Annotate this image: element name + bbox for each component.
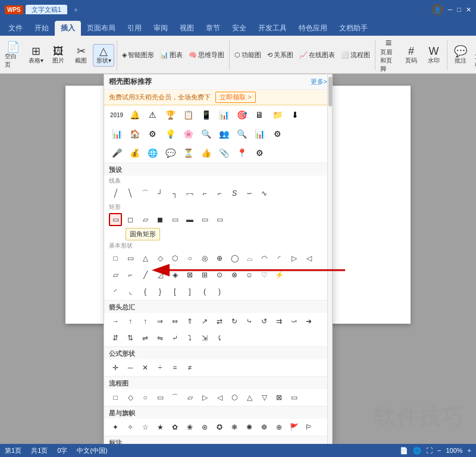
basic-6[interactable]: ○ [183, 252, 196, 265]
icon-24[interactable]: 💬 [162, 145, 178, 161]
icon-2[interactable]: ⚠ [145, 107, 160, 123]
basic-5[interactable]: ⬡ [168, 252, 181, 265]
tab-file[interactable]: 文件 [2, 21, 29, 36]
basic-19[interactable]: ◈ [168, 268, 181, 281]
flow-13[interactable]: ▭ [287, 391, 300, 404]
arrow-1[interactable]: → [109, 315, 122, 328]
basic-17[interactable]: ╱ [139, 268, 152, 281]
star-9[interactable]: ❋ [228, 421, 241, 434]
icon-9[interactable]: 📁 [270, 107, 285, 123]
chart-btn[interactable]: 📊 图表 [158, 49, 185, 61]
basic-21[interactable]: ⊞ [198, 268, 211, 281]
star-7[interactable]: ⊛ [198, 421, 211, 434]
arrow-2[interactable]: ↑ [124, 315, 137, 328]
smart-graph-btn[interactable]: ◈ 智能图形 [120, 49, 156, 61]
star-2[interactable]: ✧ [124, 421, 137, 434]
icon-7[interactable]: 🎯 [234, 107, 249, 123]
arrow-8[interactable]: ⇄ [213, 315, 226, 328]
formula-eq[interactable]: = [168, 361, 181, 374]
icon-10[interactable]: ⬇ [287, 107, 303, 123]
star-10[interactable]: ✺ [243, 421, 256, 434]
icon-5[interactable]: 📱 [198, 107, 214, 123]
flow-9[interactable]: ⬡ [228, 391, 241, 404]
icon-rec-more-btn[interactable]: 更多> [311, 77, 327, 86]
icon-8[interactable]: 🖥 [252, 107, 267, 123]
flow-5[interactable]: ⌒ [168, 391, 181, 404]
basic-14[interactable]: ◁ [302, 252, 315, 265]
basic-23[interactable]: ⊗ [228, 268, 241, 281]
minimize-btn[interactable]: ─ [448, 6, 453, 13]
icon-25[interactable]: ⏳ [180, 145, 196, 161]
line-2[interactable]: ╱ [121, 184, 139, 202]
close-btn[interactable]: ✕ [466, 6, 471, 14]
tab-review[interactable]: 审阅 [148, 21, 174, 36]
arrow-16[interactable]: ⇅ [124, 331, 137, 345]
picture-btn[interactable]: 🖼 图片 [48, 45, 69, 66]
star-1[interactable]: ✦ [109, 421, 122, 434]
shapes-btn[interactable]: △ 形状▾ [93, 44, 114, 67]
arrow-3[interactable]: ↑ [139, 315, 152, 328]
icon-28[interactable]: 📍 [234, 145, 249, 161]
icon-27[interactable]: 📎 [216, 145, 231, 161]
icon-23[interactable]: 🌐 [145, 145, 160, 161]
tab-insert[interactable]: 插入 [55, 21, 81, 36]
icon-29[interactable]: ⚙ [252, 145, 267, 161]
basic-11[interactable]: ◠ [258, 252, 271, 265]
watermark-btn[interactable]: W 水印 [423, 45, 444, 66]
arrow-18[interactable]: ⇋ [154, 331, 167, 345]
flow-10[interactable]: △ [243, 391, 256, 404]
arrow-17[interactable]: ⇌ [139, 331, 152, 345]
line-3[interactable]: ⌒ [139, 187, 152, 200]
flowchart-btn[interactable]: ⬜ 流程图 [339, 49, 372, 61]
rect-rounded[interactable]: ▭ [109, 213, 122, 226]
flag-2[interactable]: 🏳 [302, 421, 315, 434]
page-number-btn[interactable]: # 页码 [400, 45, 422, 66]
star-6[interactable]: ❀ [183, 421, 196, 434]
flow-11[interactable]: ▽ [258, 391, 271, 404]
basic-25[interactable]: ♡ [258, 268, 271, 281]
flow-6[interactable]: ▱ [183, 391, 196, 404]
flow-2[interactable]: ◇ [124, 391, 137, 404]
tab-reference[interactable]: 引用 [121, 21, 148, 36]
panel-scroll-thumb[interactable] [328, 77, 332, 107]
arrow-6[interactable]: ⇑ [183, 315, 196, 328]
basic-22[interactable]: ⊙ [213, 268, 226, 281]
line-s[interactable]: S [228, 187, 241, 200]
star-12[interactable]: ⊕ [273, 421, 286, 434]
icon-11[interactable]: 📊 [109, 126, 124, 142]
promo-claim-btn[interactable]: 立即领取 > [215, 92, 255, 103]
basic-1[interactable]: □ [109, 252, 122, 265]
rect-4[interactable]: ▭ [168, 213, 181, 226]
tab-special[interactable]: 特色应用 [293, 21, 333, 36]
arrow-12[interactable]: ⇉ [273, 315, 286, 328]
basic-3[interactable]: △ [139, 252, 152, 265]
arrow-21[interactable]: ⇲ [198, 331, 211, 345]
tab-section[interactable]: 章节 [200, 21, 226, 36]
table-btn[interactable]: ⊞ 表格▾ [25, 45, 46, 66]
line-6[interactable]: ⌐¬ [183, 187, 196, 200]
flow-7[interactable]: ▷ [198, 391, 211, 404]
flow-12[interactable]: ⊠ [273, 391, 286, 404]
basic-26[interactable]: ⚡ [273, 268, 286, 281]
icon-22[interactable]: 💰 [127, 145, 142, 161]
icon-16[interactable]: 🔍 [198, 126, 214, 142]
arrow-14[interactable]: ➜ [302, 315, 315, 328]
basic-34[interactable]: ) [213, 285, 226, 298]
basic-16[interactable]: ⌐ [124, 268, 137, 281]
icon-6[interactable]: 📊 [216, 107, 231, 123]
mind-map-btn[interactable]: 🧠 思维导图 [186, 49, 227, 61]
tab-home[interactable]: 开始 [29, 21, 55, 36]
tab-layout[interactable]: 页面布局 [81, 21, 121, 36]
rect-2[interactable]: ▱ [139, 213, 152, 226]
icon-18[interactable]: 🔍 [234, 126, 249, 142]
basic-20[interactable]: ⊠ [183, 268, 196, 281]
rect-3[interactable]: ◼ [154, 213, 167, 226]
arrow-9[interactable]: ↻ [228, 315, 241, 328]
icon-15[interactable]: 🌸 [180, 126, 196, 142]
blank-page-btn[interactable]: 📄 空白页 [2, 40, 24, 70]
view-mode-web[interactable]: 🌐 [413, 447, 421, 455]
comment-btn[interactable]: 💬 批注 [450, 45, 471, 66]
star-5[interactable]: ✿ [168, 421, 181, 434]
arrow-5[interactable]: ⇔ [168, 315, 181, 328]
star-4[interactable]: ★ [154, 421, 167, 434]
